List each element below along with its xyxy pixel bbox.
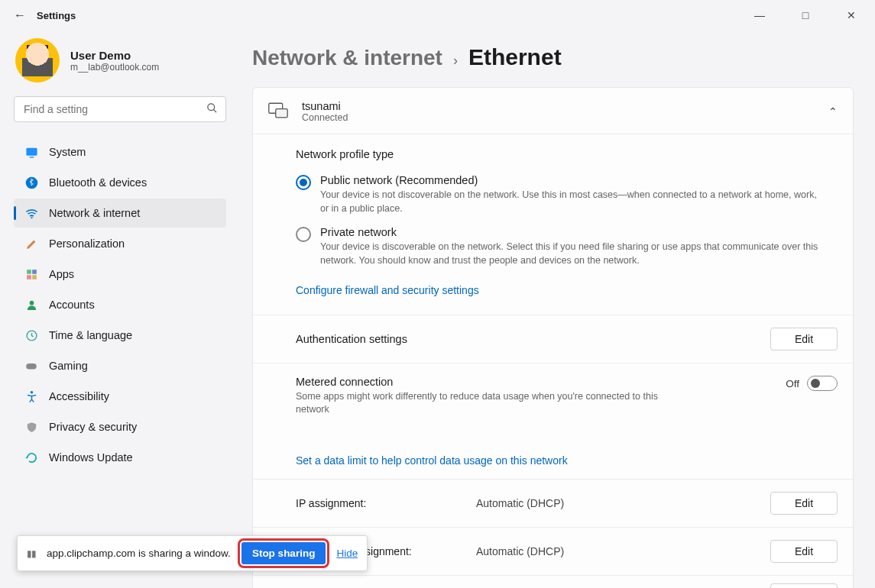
sidebar-item-label: Accessibility [49, 390, 109, 402]
sidebar-item-personalization[interactable]: Personalization [14, 229, 226, 258]
screen-share-bar: ▮▮ app.clipchamp.com is sharing a window… [17, 535, 368, 571]
ethernet-icon [268, 102, 288, 121]
svg-rect-7 [32, 270, 37, 274]
back-button[interactable]: ← [14, 8, 26, 22]
sidebar-item-apps[interactable]: Apps [14, 260, 226, 289]
radio-empty-icon [296, 227, 311, 242]
ip-value: Automatic (DHCP) [476, 497, 758, 509]
stop-sharing-button[interactable]: Stop sharing [241, 542, 326, 564]
sidebar-item-label: Gaming [49, 360, 88, 372]
svg-rect-2 [26, 147, 37, 155]
update-icon [24, 451, 38, 464]
sidebar-item-label: Apps [49, 268, 74, 280]
svg-rect-15 [276, 108, 287, 117]
dns-value: Automatic (DHCP) [476, 545, 758, 557]
sidebar-item-system[interactable]: System [14, 137, 226, 166]
private-network-label: Private network [320, 226, 825, 238]
pause-icon: ▮▮ [27, 548, 36, 559]
link-speed-row: speed (Receive/Transmit): 1000/1000 (Mbp… [253, 576, 853, 588]
svg-point-13 [30, 391, 33, 394]
ip-edit-button[interactable]: Edit [770, 492, 838, 515]
hide-link[interactable]: Hide [336, 548, 358, 559]
svg-rect-12 [26, 363, 37, 370]
shield-icon [24, 420, 38, 434]
close-button[interactable]: ✕ [834, 3, 869, 27]
user-email: m__lab@outlook.com [70, 62, 159, 73]
private-network-desc: Your device is discoverable on the netwo… [320, 241, 825, 267]
private-network-radio[interactable]: Private network Your device is discovera… [296, 226, 838, 267]
public-network-radio[interactable]: Public network (Recommended) Your device… [296, 174, 838, 215]
sidebar-item-label: Accounts [49, 299, 95, 311]
window-title: Settings [37, 10, 76, 21]
sidebar-item-gaming[interactable]: Gaming [14, 351, 226, 380]
metered-toggle[interactable] [807, 376, 838, 391]
sidebar-item-network[interactable]: Network & internet [14, 199, 226, 228]
avatar [15, 38, 60, 82]
svg-rect-8 [27, 275, 31, 279]
dns-edit-button[interactable]: Edit [770, 540, 838, 563]
profile-title: Network profile type [296, 148, 838, 160]
auth-settings-row: Authentication settings Edit [253, 315, 853, 363]
auth-edit-button[interactable]: Edit [770, 328, 838, 351]
maximize-button[interactable]: □ [788, 3, 823, 27]
titlebar: ← Settings — □ ✕ [0, 0, 875, 31]
nav-list: System Bluetooth & devices Network & int… [14, 137, 226, 472]
sidebar-item-label: Personalization [49, 237, 125, 250]
auth-label: Authentication settings [296, 333, 464, 345]
breadcrumb-current: Ethernet [468, 44, 562, 70]
svg-rect-3 [29, 157, 34, 157]
svg-rect-6 [27, 270, 31, 274]
svg-point-0 [208, 104, 215, 111]
accessibility-icon [24, 389, 38, 403]
main-content: Network & internet › Ethernet tsunami Co… [237, 31, 875, 588]
sidebar-item-update[interactable]: Windows Update [14, 443, 226, 472]
connection-name: tsunami [302, 100, 348, 112]
sidebar-item-accessibility[interactable]: Accessibility [14, 382, 226, 411]
connection-header[interactable]: tsunami Connected ⌃ [253, 88, 853, 134]
system-icon [24, 145, 38, 159]
sidebar-item-privacy[interactable]: Privacy & security [14, 412, 226, 441]
svg-rect-9 [32, 275, 37, 279]
ip-assignment-row: IP assignment: Automatic (DHCP) Edit [253, 479, 853, 527]
sidebar: User Demo m__lab@outlook.com System Blue [0, 31, 237, 588]
sidebar-item-accounts[interactable]: Accounts [14, 290, 226, 319]
sidebar-item-label: Network & internet [49, 207, 140, 219]
copy-button[interactable]: Copy [770, 583, 838, 588]
radio-selected-icon [296, 175, 311, 190]
user-name: User Demo [70, 49, 159, 62]
gamepad-icon [24, 359, 38, 373]
share-message: app.clipchamp.com is sharing a window. [47, 548, 231, 559]
breadcrumb-parent[interactable]: Network & internet [252, 46, 442, 70]
sidebar-item-time[interactable]: Time & language [14, 321, 226, 350]
ip-label: IP assignment: [296, 497, 464, 509]
sidebar-item-label: Bluetooth & devices [49, 176, 147, 189]
apps-icon [24, 267, 38, 281]
firewall-link[interactable]: Configure firewall and security settings [296, 284, 479, 296]
search-input[interactable] [22, 102, 206, 116]
sidebar-item-label: System [49, 146, 86, 158]
network-profile-section: Network profile type Public network (Rec… [253, 134, 853, 315]
data-limit-link[interactable]: Set a data limit to help control data us… [296, 454, 568, 467]
svg-line-1 [213, 109, 216, 112]
sidebar-item-bluetooth[interactable]: Bluetooth & devices [14, 168, 226, 197]
search-box[interactable] [14, 96, 226, 122]
svg-point-10 [29, 300, 34, 305]
chevron-up-icon: ⌃ [828, 105, 838, 118]
bluetooth-icon [24, 176, 38, 189]
svg-point-5 [31, 217, 32, 218]
ethernet-card: tsunami Connected ⌃ Network profile type… [252, 87, 854, 588]
sidebar-item-label: Windows Update [49, 451, 133, 464]
minimize-button[interactable]: — [742, 3, 777, 27]
breadcrumb: Network & internet › Ethernet [252, 44, 854, 70]
metered-label: Metered connection [296, 376, 773, 388]
clock-icon [24, 328, 38, 342]
metered-row: Metered connection Some apps might work … [253, 363, 853, 479]
public-network-label: Public network (Recommended) [320, 174, 825, 186]
toggle-off-label: Off [786, 378, 799, 389]
wifi-icon [24, 206, 38, 220]
user-profile[interactable]: User Demo m__lab@outlook.com [14, 38, 226, 82]
sidebar-item-label: Privacy & security [49, 421, 137, 433]
public-network-desc: Your device is not discoverable on the n… [320, 189, 825, 215]
sidebar-item-label: Time & language [49, 329, 132, 341]
person-icon [24, 298, 38, 312]
